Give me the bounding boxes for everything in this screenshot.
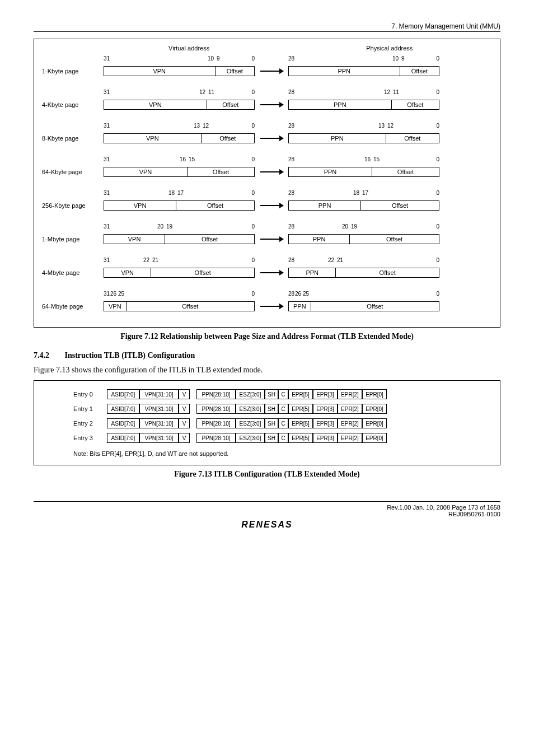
itlb-cell: ESZ[3:0] [236,404,265,414]
offset-cell: Offset [361,201,439,210]
vpn-cell: VPN [104,201,176,210]
ppn-cell: PPN [289,302,311,311]
offset-cell: Offset [350,235,439,244]
section-title: Instruction TLB (ITLB) Configuration [65,351,195,360]
virtual-address-box: VPNOffset [104,133,255,143]
itlb-cell: EPR[2] [338,418,362,428]
arrow-icon [255,272,288,273]
physical-address-box: PPNOffset [288,234,439,244]
itlb-cell: PPN[28:10] [196,404,236,414]
itlb-cell: VPN[31:10] [139,433,179,443]
entry-label: Entry 1 [73,405,107,412]
itlb-cell: PPN[28:10] [196,418,236,428]
itlb-cell: SH [265,418,278,428]
itlb-note: Note: Bits EPR[4], EPR[1], D, and WT are… [73,450,477,457]
itlb-cell: ESZ[3:0] [236,418,265,428]
itlb-cell: EPR[3] [313,404,338,414]
virtual-address-box: VPNOffset [104,66,255,76]
page-size-label: 4-Mbyte page [40,269,104,276]
address-diagram: Virtual address Physical address 3110902… [34,39,500,328]
vpn-cell: VPN [104,167,188,176]
page-size-label: 1-Kbyte page [40,68,104,74]
offset-cell: Offset [165,235,254,244]
physical-address-title: Physical address [366,45,413,52]
itlb-cell: EPR[5] [288,389,313,399]
ppn-cell: PPN [289,268,336,277]
itlb-cell: V [179,404,190,414]
body-paragraph: Figure 7.13 shows the configuration of t… [34,366,500,375]
itlb-cell: EPR[3] [313,389,338,399]
itlb-cell: V [179,433,190,443]
itlb-cell: EPR[5] [288,418,313,428]
vpn-cell: VPN [104,235,165,244]
arrow-icon [255,239,288,240]
itlb-cell: C [278,433,288,443]
ppn-cell: PPN [289,167,372,176]
page-size-label: 8-Kbyte page [40,135,104,142]
arrow-icon [255,71,288,72]
vpn-cell: VPN [104,134,202,143]
itlb-cell: C [278,404,288,414]
itlb-entry-row: Entry 2ASID[7:0]VPN[31:10]VPPN[28:10]ESZ… [73,418,477,429]
ppn-cell: PPN [289,235,350,244]
itlb-cell: V [179,418,190,428]
itlb-cell: ESZ[3:0] [236,433,265,443]
virtual-address-box: VPNOffset [104,268,255,278]
itlb-cell: ASID[7:0] [107,404,139,414]
footer-rej: REJ09B0261-0100 [34,511,500,517]
itlb-entry-row: Entry 1ASID[7:0]VPN[31:10]VPPN[28:10]ESZ… [73,403,477,414]
physical-address-box: PPNOffset [288,133,439,143]
physical-address-box: PPNOffset [288,301,439,311]
ppn-cell: PPN [289,134,386,143]
ppn-cell: PPN [289,201,361,210]
physical-address-box: PPNOffset [288,100,439,110]
offset-cell: Offset [188,167,254,176]
itlb-cell: SH [265,389,278,399]
offset-cell: Offset [392,100,439,109]
arrow-icon [255,171,288,172]
offset-cell: Offset [127,302,254,311]
itlb-cell: SH [265,404,278,414]
arrow-icon [255,205,288,206]
itlb-cell: EPR[0] [362,389,387,399]
page-footer: Rev.1.00 Jan. 10, 2008 Page 173 of 1658 … [34,501,500,530]
offset-cell: Offset [207,100,254,109]
itlb-cell: EPR[3] [313,433,338,443]
itlb-cell: ASID[7:0] [107,418,139,428]
page-size-label: 64-Mbyte page [40,303,104,310]
page-header: 7. Memory Management Unit (MMU) [34,22,500,32]
itlb-cell: EPR[0] [362,433,387,443]
entry-label: Entry 0 [73,391,107,398]
offset-cell: Offset [216,67,254,76]
virtual-address-box: VPNOffset [104,301,255,311]
itlb-cell: PPN[28:10] [196,389,236,399]
arrow-icon [255,138,288,139]
virtual-address-title: Virtual address [168,45,209,52]
offset-cell: Offset [400,67,439,76]
itlb-cell: EPR[2] [338,404,362,414]
figure-7-13-caption: Figure 7.13 ITLB Configuration (TLB Exte… [34,470,500,479]
physical-address-box: PPNOffset [288,200,439,211]
entry-label: Entry 3 [73,435,107,441]
offset-cell: Offset [311,302,439,311]
itlb-cell: V [179,389,190,399]
section-heading: 7.4.2 Instruction TLB (ITLB) Configurati… [34,351,500,360]
offset-cell: Offset [372,167,439,176]
itlb-cell: VPN[31:10] [139,404,179,414]
vpn-cell: VPN [104,67,216,76]
renesas-logo: RENESAS [34,520,500,530]
itlb-cell: VPN[31:10] [139,418,179,428]
itlb-cell: EPR[3] [313,418,338,428]
itlb-cell: ASID[7:0] [107,389,139,399]
itlb-cell: EPR[2] [338,389,362,399]
virtual-address-box: VPNOffset [104,234,255,244]
page-size-label: 256-Kbyte page [40,202,104,209]
entry-label: Entry 2 [73,420,107,427]
itlb-cell: ASID[7:0] [107,433,139,443]
offset-cell: Offset [336,268,439,277]
section-number: 7.4.2 [34,351,49,360]
itlb-entry-row: Entry 0ASID[7:0]VPN[31:10]VPPN[28:10]ESZ… [73,389,477,400]
itlb-cell: VPN[31:10] [139,389,179,399]
offset-cell: Offset [176,201,254,210]
itlb-cell: C [278,418,288,428]
